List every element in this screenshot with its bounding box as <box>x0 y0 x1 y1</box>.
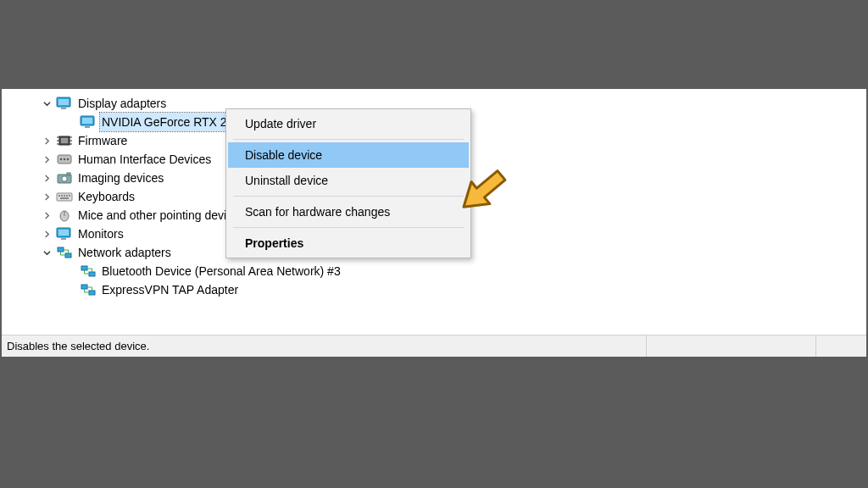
tree-item-label: Network adapters <box>76 243 173 262</box>
svg-rect-1 <box>58 99 69 105</box>
svg-rect-23 <box>61 195 63 197</box>
tree-indent <box>64 265 76 277</box>
svg-rect-20 <box>67 173 70 175</box>
status-bar: Disables the selected device. <box>2 335 866 357</box>
tree-item-child[interactable]: ExpressVPN TAP Adapter <box>2 280 866 299</box>
tree-indent <box>64 284 76 296</box>
svg-rect-35 <box>81 266 87 270</box>
svg-point-17 <box>67 158 69 160</box>
menu-disable-device[interactable]: Disable device <box>228 142 469 168</box>
svg-rect-5 <box>85 126 90 128</box>
chevron-right-icon[interactable] <box>41 191 53 202</box>
display-icon <box>80 115 97 129</box>
svg-rect-33 <box>58 247 64 252</box>
status-text: Disables the selected device. <box>2 340 646 352</box>
menu-item-label: Uninstall device <box>245 174 328 187</box>
mouse-icon <box>56 208 73 222</box>
svg-rect-26 <box>69 195 70 197</box>
svg-rect-22 <box>58 195 60 197</box>
monitor-icon <box>56 227 73 241</box>
menu-properties[interactable]: Properties <box>228 230 469 256</box>
svg-rect-21 <box>57 193 72 201</box>
context-menu: Update driver Disable device Uninstall d… <box>225 108 471 258</box>
svg-rect-24 <box>64 195 65 197</box>
tree-item-label: Imaging devices <box>76 169 165 187</box>
display-icon <box>56 97 73 110</box>
svg-rect-7 <box>61 138 68 143</box>
svg-rect-32 <box>61 238 66 240</box>
camera-icon <box>56 171 73 185</box>
chevron-down-icon[interactable] <box>41 247 53 258</box>
status-cell <box>646 336 815 357</box>
chevron-right-icon[interactable] <box>41 209 53 221</box>
keyboard-icon <box>56 190 73 203</box>
svg-rect-36 <box>89 272 95 276</box>
menu-item-label: Update driver <box>245 117 316 130</box>
tree-item-label: Firmware <box>76 131 129 150</box>
tree-item-label: Human Interface Devices <box>76 150 213 169</box>
tree-item-label: Keyboards <box>76 187 136 206</box>
svg-rect-4 <box>82 118 92 124</box>
svg-point-19 <box>62 176 67 181</box>
network-icon <box>80 283 97 297</box>
svg-point-16 <box>64 158 65 160</box>
svg-rect-38 <box>89 291 95 295</box>
chevron-right-icon[interactable] <box>41 172 53 184</box>
chevron-right-icon[interactable] <box>41 135 53 147</box>
tree-item-label: Monitors <box>76 225 125 243</box>
svg-rect-37 <box>81 285 87 289</box>
network-icon <box>56 246 73 259</box>
tree-item-label: Mice and other pointing devices <box>76 206 247 225</box>
svg-rect-31 <box>58 230 69 236</box>
menu-separator <box>233 196 464 197</box>
tree-item-label: Display adapters <box>76 94 168 113</box>
svg-rect-25 <box>66 195 68 197</box>
tree-item-child[interactable]: Bluetooth Device (Personal Area Network)… <box>2 262 866 280</box>
chevron-right-icon[interactable] <box>41 228 53 240</box>
tree-indent <box>64 116 76 128</box>
menu-separator <box>233 227 464 228</box>
menu-uninstall-device[interactable]: Uninstall device <box>228 168 469 193</box>
chevron-down-icon[interactable] <box>41 97 53 109</box>
network-icon <box>80 264 97 278</box>
menu-item-label: Disable device <box>245 148 322 162</box>
menu-separator <box>233 139 464 140</box>
tree-item-label: Bluetooth Device (Personal Area Network)… <box>100 262 342 280</box>
svg-point-15 <box>60 158 62 160</box>
tree-item-label: ExpressVPN TAP Adapter <box>100 280 240 299</box>
status-cell <box>815 336 866 357</box>
svg-rect-27 <box>60 197 69 199</box>
hid-icon <box>56 152 73 166</box>
menu-item-label: Scan for hardware changes <box>245 205 390 219</box>
chevron-right-icon[interactable] <box>41 153 53 165</box>
chip-icon <box>56 134 73 147</box>
svg-rect-34 <box>65 253 71 258</box>
menu-item-label: Properties <box>245 236 303 250</box>
svg-rect-2 <box>61 108 66 109</box>
menu-update-driver[interactable]: Update driver <box>228 111 469 136</box>
menu-scan-hardware[interactable]: Scan for hardware changes <box>228 199 469 225</box>
